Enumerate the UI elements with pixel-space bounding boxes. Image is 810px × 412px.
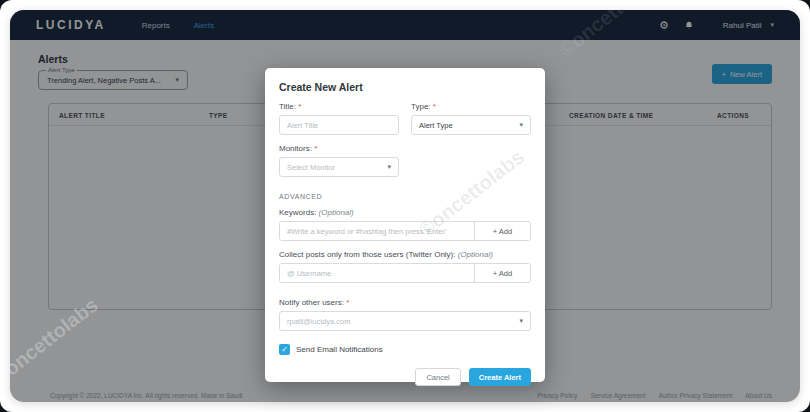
keywords-field-label: Keywords: (Optional) <box>279 208 531 217</box>
optional-mark: (Optional) <box>458 250 493 259</box>
required-asterisk: * <box>346 298 349 307</box>
advanced-section-label: ADVANCED <box>279 193 531 200</box>
send-email-checkbox-label: Send Email Notifications <box>296 345 383 354</box>
required-asterisk: * <box>314 144 317 153</box>
required-asterisk: * <box>298 102 301 111</box>
modal-actions: Cancel Create Alert <box>279 368 531 386</box>
chevron-down-icon: ▾ <box>387 163 391 171</box>
title-type-row: Title: * Type: * Alert Type ▾ <box>279 93 531 135</box>
collect-users-field-label: Collect posts only from those users (Twi… <box>279 250 531 259</box>
notify-users-label-text: Notify other users: <box>279 298 344 307</box>
optional-mark: (Optional) <box>319 208 354 217</box>
title-field-label: Title: * <box>279 102 399 111</box>
type-field-group: Type: * Alert Type ▾ <box>411 93 531 135</box>
username-input-group: + Add <box>279 263 531 283</box>
monitors-field-label: Monitors: * <box>279 144 531 153</box>
required-asterisk: * <box>433 102 436 111</box>
notify-users-field-label: Notify other users: * <box>279 298 531 307</box>
chevron-down-icon: ▾ <box>519 317 523 325</box>
collect-users-label-text: Collect posts only from those users (Twi… <box>279 250 456 259</box>
screenshot-stage: LUCIDYA Reports Alerts ⚙ Rahul Patil ▾ A… <box>0 0 810 412</box>
keywords-input-group: + Add <box>279 221 531 241</box>
keywords-label-text: Keywords: <box>279 208 316 217</box>
title-field-group: Title: * <box>279 93 399 135</box>
title-label-text: Title: <box>279 102 296 111</box>
monitors-label-text: Monitors: <box>279 144 312 153</box>
send-email-checkbox[interactable]: ✓ <box>279 344 290 355</box>
chevron-down-icon: ▾ <box>519 121 523 129</box>
cancel-button[interactable]: Cancel <box>415 368 460 386</box>
type-label-text: Type: <box>411 102 431 111</box>
username-add-button[interactable]: + Add <box>474 264 530 282</box>
alert-type-select-value: Alert Type <box>419 121 453 130</box>
email-notifications-row: ✓ Send Email Notifications <box>279 344 531 355</box>
create-new-alert-modal: Create New Alert Title: * Type: * Alert … <box>265 68 545 382</box>
notify-users-select[interactable]: rpatil@lucidya.com ▾ <box>279 311 531 331</box>
modal-title: Create New Alert <box>279 81 531 93</box>
username-input[interactable] <box>280 264 474 282</box>
create-alert-button[interactable]: Create Alert <box>469 368 531 386</box>
notify-users-select-value: rpatil@lucidya.com <box>287 317 350 326</box>
alert-type-select[interactable]: Alert Type ▾ <box>411 115 531 135</box>
alert-title-input[interactable] <box>279 115 399 135</box>
keywords-input[interactable] <box>280 222 474 240</box>
type-field-label: Type: * <box>411 102 531 111</box>
monitors-select[interactable]: Select Monitor ▾ <box>279 157 399 177</box>
keywords-add-button[interactable]: + Add <box>474 222 530 240</box>
monitors-select-placeholder: Select Monitor <box>287 163 335 172</box>
